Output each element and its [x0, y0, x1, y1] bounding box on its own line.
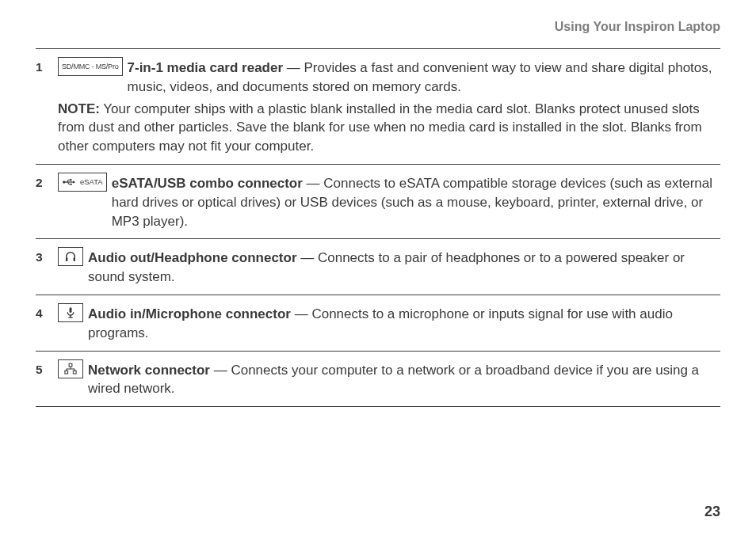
svg-rect-7	[70, 307, 72, 313]
svg-rect-3	[70, 179, 71, 181]
usb-icon	[62, 175, 79, 189]
page-header: Using Your Inspiron Laptop	[36, 20, 720, 34]
svg-rect-10	[69, 363, 72, 367]
list-item: 3 Audio out/Headphone connector — Connec…	[36, 238, 720, 295]
media-card-icon: SD/MMC - MS/Pro	[58, 57, 123, 76]
list-item: 5 Network connector — Connects your comp…	[36, 351, 720, 408]
note-label: NOTE:	[58, 101, 100, 116]
svg-rect-6	[74, 258, 75, 262]
item-title: eSATA/USB combo connector	[112, 176, 303, 191]
list-item: 4 Audio in/Microphone connector — Connec…	[36, 295, 720, 351]
svg-point-4	[71, 184, 72, 185]
svg-rect-16	[73, 371, 76, 374]
svg-marker-2	[73, 181, 74, 184]
manual-page: Using Your Inspiron Laptop 1 SD/MMC - MS…	[0, 0, 756, 536]
item-title: Audio out/Headphone connector	[88, 250, 297, 265]
item-number: 2	[36, 171, 58, 190]
page-number: 23	[704, 504, 720, 520]
svg-rect-15	[65, 371, 68, 374]
list-item: 2 eSATA eSATA/USB combo connector — Conn	[36, 164, 720, 238]
list-item: 1 SD/MMC - MS/Pro 7-in-1 media card read…	[36, 48, 720, 164]
esata-usb-icon: eSATA	[58, 173, 107, 192]
item-number: 5	[36, 358, 58, 377]
item-number: 1	[36, 55, 58, 74]
svg-rect-5	[66, 258, 67, 262]
note-body: Your computer ships with a plastic blank…	[58, 101, 702, 154]
item-title: Audio in/Microphone connector	[88, 306, 291, 321]
item-number: 3	[36, 245, 58, 264]
network-icon	[58, 359, 83, 378]
item-number: 4	[36, 302, 58, 321]
headphone-icon	[58, 247, 83, 266]
item-list: 1 SD/MMC - MS/Pro 7-in-1 media card read…	[36, 48, 720, 407]
item-title: Network connector	[88, 363, 210, 378]
item-title: 7-in-1 media card reader	[128, 60, 284, 75]
microphone-icon	[58, 303, 83, 322]
